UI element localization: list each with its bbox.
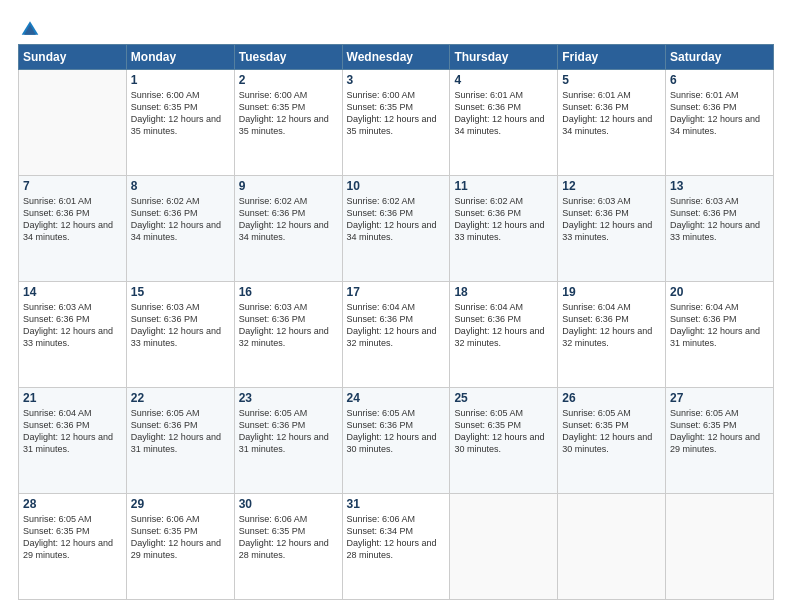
day-number: 12 [562,179,661,193]
column-header-wednesday: Wednesday [342,45,450,70]
column-header-saturday: Saturday [666,45,774,70]
cell-info: Sunrise: 6:03 AMSunset: 6:36 PMDaylight:… [562,195,661,244]
day-number: 9 [239,179,338,193]
day-number: 7 [23,179,122,193]
calendar-cell: 27Sunrise: 6:05 AMSunset: 6:35 PMDayligh… [666,388,774,494]
day-number: 26 [562,391,661,405]
cell-info: Sunrise: 6:05 AMSunset: 6:36 PMDaylight:… [131,407,230,456]
day-number: 19 [562,285,661,299]
calendar-cell [19,70,127,176]
calendar-cell: 3Sunrise: 6:00 AMSunset: 6:35 PMDaylight… [342,70,450,176]
cell-info: Sunrise: 6:05 AMSunset: 6:35 PMDaylight:… [562,407,661,456]
calendar-cell: 29Sunrise: 6:06 AMSunset: 6:35 PMDayligh… [126,494,234,600]
day-number: 6 [670,73,769,87]
cell-info: Sunrise: 6:05 AMSunset: 6:35 PMDaylight:… [454,407,553,456]
day-number: 13 [670,179,769,193]
day-number: 29 [131,497,230,511]
cell-info: Sunrise: 6:02 AMSunset: 6:36 PMDaylight:… [239,195,338,244]
cell-info: Sunrise: 6:04 AMSunset: 6:36 PMDaylight:… [454,301,553,350]
calendar-cell: 21Sunrise: 6:04 AMSunset: 6:36 PMDayligh… [19,388,127,494]
column-header-sunday: Sunday [19,45,127,70]
day-number: 22 [131,391,230,405]
week-row-2: 7Sunrise: 6:01 AMSunset: 6:36 PMDaylight… [19,176,774,282]
day-number: 24 [347,391,446,405]
day-number: 10 [347,179,446,193]
day-number: 28 [23,497,122,511]
logo-text [18,18,40,38]
day-number: 16 [239,285,338,299]
cell-info: Sunrise: 6:00 AMSunset: 6:35 PMDaylight:… [239,89,338,138]
day-number: 27 [670,391,769,405]
cell-info: Sunrise: 6:03 AMSunset: 6:36 PMDaylight:… [670,195,769,244]
cell-info: Sunrise: 6:05 AMSunset: 6:35 PMDaylight:… [23,513,122,562]
calendar-cell [666,494,774,600]
calendar-cell: 6Sunrise: 6:01 AMSunset: 6:36 PMDaylight… [666,70,774,176]
cell-info: Sunrise: 6:01 AMSunset: 6:36 PMDaylight:… [670,89,769,138]
day-number: 17 [347,285,446,299]
calendar-cell: 25Sunrise: 6:05 AMSunset: 6:35 PMDayligh… [450,388,558,494]
week-row-5: 28Sunrise: 6:05 AMSunset: 6:35 PMDayligh… [19,494,774,600]
header [18,18,774,36]
calendar-cell: 30Sunrise: 6:06 AMSunset: 6:35 PMDayligh… [234,494,342,600]
cell-info: Sunrise: 6:04 AMSunset: 6:36 PMDaylight:… [23,407,122,456]
calendar-cell: 17Sunrise: 6:04 AMSunset: 6:36 PMDayligh… [342,282,450,388]
day-number: 25 [454,391,553,405]
cell-info: Sunrise: 6:01 AMSunset: 6:36 PMDaylight:… [454,89,553,138]
cell-info: Sunrise: 6:02 AMSunset: 6:36 PMDaylight:… [347,195,446,244]
calendar-cell: 8Sunrise: 6:02 AMSunset: 6:36 PMDaylight… [126,176,234,282]
calendar-cell: 16Sunrise: 6:03 AMSunset: 6:36 PMDayligh… [234,282,342,388]
logo-icon [20,18,40,38]
cell-info: Sunrise: 6:04 AMSunset: 6:36 PMDaylight:… [670,301,769,350]
cell-info: Sunrise: 6:05 AMSunset: 6:36 PMDaylight:… [239,407,338,456]
calendar-cell: 23Sunrise: 6:05 AMSunset: 6:36 PMDayligh… [234,388,342,494]
calendar-cell: 12Sunrise: 6:03 AMSunset: 6:36 PMDayligh… [558,176,666,282]
cell-info: Sunrise: 6:05 AMSunset: 6:35 PMDaylight:… [670,407,769,456]
calendar-cell: 24Sunrise: 6:05 AMSunset: 6:36 PMDayligh… [342,388,450,494]
cell-info: Sunrise: 6:02 AMSunset: 6:36 PMDaylight:… [454,195,553,244]
day-number: 5 [562,73,661,87]
calendar-cell [450,494,558,600]
cell-info: Sunrise: 6:00 AMSunset: 6:35 PMDaylight:… [347,89,446,138]
cell-info: Sunrise: 6:05 AMSunset: 6:36 PMDaylight:… [347,407,446,456]
calendar-cell: 5Sunrise: 6:01 AMSunset: 6:36 PMDaylight… [558,70,666,176]
week-row-1: 1Sunrise: 6:00 AMSunset: 6:35 PMDaylight… [19,70,774,176]
day-number: 31 [347,497,446,511]
calendar-cell: 2Sunrise: 6:00 AMSunset: 6:35 PMDaylight… [234,70,342,176]
calendar-cell: 22Sunrise: 6:05 AMSunset: 6:36 PMDayligh… [126,388,234,494]
cell-info: Sunrise: 6:06 AMSunset: 6:34 PMDaylight:… [347,513,446,562]
day-number: 23 [239,391,338,405]
calendar-cell: 28Sunrise: 6:05 AMSunset: 6:35 PMDayligh… [19,494,127,600]
calendar-cell [558,494,666,600]
calendar-cell: 26Sunrise: 6:05 AMSunset: 6:35 PMDayligh… [558,388,666,494]
day-number: 11 [454,179,553,193]
day-number: 3 [347,73,446,87]
calendar-cell: 18Sunrise: 6:04 AMSunset: 6:36 PMDayligh… [450,282,558,388]
header-row: SundayMondayTuesdayWednesdayThursdayFrid… [19,45,774,70]
cell-info: Sunrise: 6:03 AMSunset: 6:36 PMDaylight:… [239,301,338,350]
cell-info: Sunrise: 6:00 AMSunset: 6:35 PMDaylight:… [131,89,230,138]
page: SundayMondayTuesdayWednesdayThursdayFrid… [0,0,792,612]
day-number: 8 [131,179,230,193]
cell-info: Sunrise: 6:01 AMSunset: 6:36 PMDaylight:… [23,195,122,244]
calendar-cell: 19Sunrise: 6:04 AMSunset: 6:36 PMDayligh… [558,282,666,388]
calendar-cell: 15Sunrise: 6:03 AMSunset: 6:36 PMDayligh… [126,282,234,388]
calendar-cell: 1Sunrise: 6:00 AMSunset: 6:35 PMDaylight… [126,70,234,176]
cell-info: Sunrise: 6:01 AMSunset: 6:36 PMDaylight:… [562,89,661,138]
column-header-monday: Monday [126,45,234,70]
day-number: 18 [454,285,553,299]
day-number: 4 [454,73,553,87]
cell-info: Sunrise: 6:06 AMSunset: 6:35 PMDaylight:… [239,513,338,562]
calendar-cell: 4Sunrise: 6:01 AMSunset: 6:36 PMDaylight… [450,70,558,176]
day-number: 20 [670,285,769,299]
calendar-cell: 9Sunrise: 6:02 AMSunset: 6:36 PMDaylight… [234,176,342,282]
calendar-cell: 10Sunrise: 6:02 AMSunset: 6:36 PMDayligh… [342,176,450,282]
day-number: 15 [131,285,230,299]
calendar-table: SundayMondayTuesdayWednesdayThursdayFrid… [18,44,774,600]
cell-info: Sunrise: 6:04 AMSunset: 6:36 PMDaylight:… [562,301,661,350]
cell-info: Sunrise: 6:03 AMSunset: 6:36 PMDaylight:… [131,301,230,350]
calendar-cell: 13Sunrise: 6:03 AMSunset: 6:36 PMDayligh… [666,176,774,282]
column-header-friday: Friday [558,45,666,70]
week-row-4: 21Sunrise: 6:04 AMSunset: 6:36 PMDayligh… [19,388,774,494]
column-header-thursday: Thursday [450,45,558,70]
cell-info: Sunrise: 6:06 AMSunset: 6:35 PMDaylight:… [131,513,230,562]
